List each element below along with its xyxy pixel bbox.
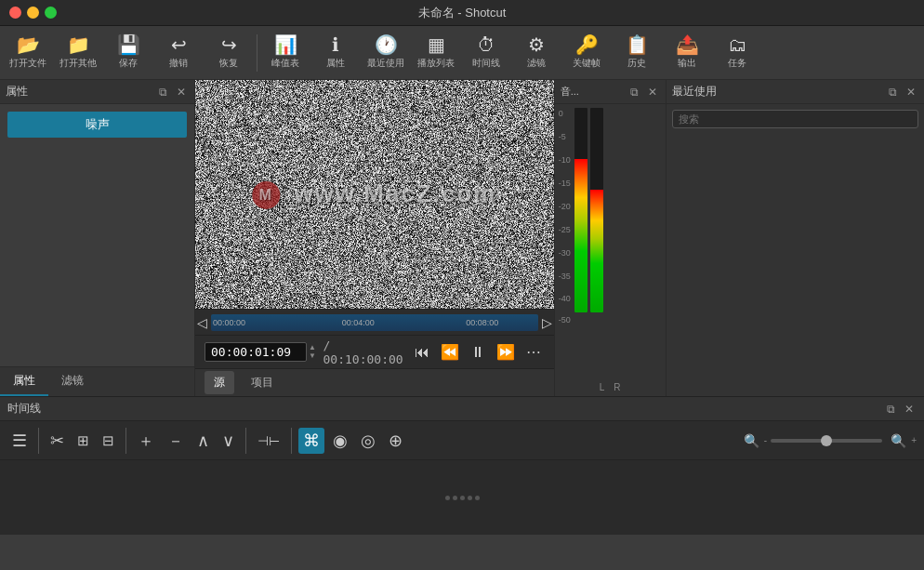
filters-button[interactable]: ⚙ 滤镜 (512, 29, 561, 77)
timeline-track-area (0, 460, 924, 535)
timeline-ruler: ◁ 00:00:00 00:04:00 00:08:00 ▷ (195, 309, 554, 335)
playback-controls: 00:00:01:09 ▲ ▼ / 00:10:00:00 ⏮ ⏪ ⏸ ⏩ ⋯ (195, 335, 554, 368)
properties-icon: ℹ (332, 35, 339, 54)
audio-close-icon[interactable]: ✕ (645, 85, 660, 99)
pause-button[interactable]: ⏸ (467, 342, 489, 363)
tl-sep-2 (125, 428, 126, 454)
recent-label: 最近使用 (367, 57, 404, 70)
ruler-left-handle[interactable]: ◁ (197, 315, 207, 330)
recent-button[interactable]: 🕐 最近使用 (362, 29, 410, 77)
source-tab[interactable]: 源 (205, 371, 234, 394)
ruler-right-handle[interactable]: ▷ (542, 315, 552, 330)
timeline-title: 时间线 (7, 401, 41, 417)
undo-icon: ↩ (171, 35, 187, 54)
audio-panel-header: 音... ⧉ ✕ (555, 80, 666, 104)
open-file-icon: 📂 (17, 35, 40, 54)
ruler-mark-2: 00:08:00 (466, 318, 498, 327)
timeline-add-button[interactable]: ＋ (133, 427, 159, 455)
timeline-button[interactable]: ⏱ 时间线 (462, 29, 510, 77)
keyframes-icon: 🔑 (575, 35, 599, 54)
audio-panel: 音... ⧉ ✕ 0 -5 -10 -15 -20 -25 -30 -35 -4… (554, 80, 666, 396)
meter-l-label: L (600, 382, 605, 392)
close-button[interactable] (9, 7, 21, 19)
jobs-button[interactable]: 🗂 任务 (713, 29, 761, 77)
tl-sep-1 (38, 428, 39, 454)
scale-0: 0 (559, 110, 571, 118)
ruler-bar[interactable]: 00:00:00 00:04:00 00:08:00 (211, 314, 538, 331)
timeline-label: 时间线 (472, 57, 500, 70)
project-tab[interactable]: 项目 (242, 371, 283, 394)
zoom-out-minus: - (764, 435, 767, 445)
tab-properties[interactable]: 属性 (0, 367, 48, 396)
properties-button[interactable]: ℹ 属性 (311, 29, 360, 77)
zoom-out-button[interactable]: 🔍 (739, 431, 764, 451)
timeline-split-button[interactable]: ⊣⊢ (253, 431, 284, 451)
search-input[interactable] (672, 110, 918, 128)
timeline-remove-button[interactable]: － (163, 427, 189, 455)
timeline-float-icon[interactable]: ⧉ (884, 402, 898, 417)
peak-meter-button[interactable]: 📊 峰值表 (261, 29, 310, 77)
playback-buttons: ⏮ ⏪ ⏸ ⏩ ⋯ (411, 341, 545, 363)
properties-panel: 属性 ⧉ ✕ 噪声 属性 滤镜 (0, 80, 195, 396)
dot-2 (453, 496, 457, 500)
timecode-separator (318, 345, 322, 359)
rewind-button[interactable]: ⏪ (437, 341, 463, 363)
recent-close-icon[interactable]: ✕ (904, 85, 918, 99)
timeline-mix-button[interactable]: ⊕ (384, 428, 407, 454)
save-button[interactable]: 💾 保存 (104, 29, 152, 77)
more-button[interactable]: ⋯ (522, 341, 545, 363)
timeline-overwrite-button[interactable]: ∨ (218, 428, 239, 454)
skip-to-start-button[interactable]: ⏮ (411, 342, 433, 363)
timecode-value[interactable]: 00:00:01:09 (205, 342, 307, 362)
meter-right (590, 108, 603, 312)
timeline-paste-button[interactable]: ⊟ (98, 430, 119, 452)
timeline-snap-button[interactable]: ⌘ (298, 428, 324, 454)
panel-close-icon[interactable]: ✕ (174, 85, 189, 99)
recent-panel-header: 最近使用 ⧉ ✕ (667, 80, 924, 104)
timecode-down[interactable]: ▼ (309, 352, 316, 360)
minimize-button[interactable] (27, 7, 39, 19)
timeline-ripple-all-button[interactable]: ◎ (356, 428, 380, 454)
noise-label: 噪声 (7, 112, 187, 138)
main-toolbar: 📂 打开文件 📁 打开其他 💾 保存 ↩ 撤销 ↪ 恢复 📊 峰值表 ℹ 属性 … (0, 26, 924, 80)
timeline-cut-button[interactable]: ✂ (46, 428, 69, 454)
open-other-button[interactable]: 📁 打开其他 (54, 29, 102, 77)
timecode-up[interactable]: ▲ (309, 344, 316, 351)
panel-header-icons: ⧉ ✕ (156, 85, 189, 99)
scale-30: -30 (559, 249, 571, 258)
dot-3 (460, 496, 465, 500)
panel-float-icon[interactable]: ⧉ (156, 85, 170, 99)
recent-panel: 最近使用 ⧉ ✕ (666, 80, 924, 396)
keyframes-label: 关键帧 (573, 57, 601, 70)
window-controls[interactable] (9, 7, 57, 19)
recent-float-icon[interactable]: ⧉ (886, 85, 900, 99)
timeline-close-icon[interactable]: ✕ (902, 402, 917, 417)
scale-50: -50 (559, 316, 571, 325)
meter-left-fill (574, 159, 587, 312)
undo-button[interactable]: ↩ 撤销 (154, 29, 203, 77)
zoom-slider-thumb[interactable] (821, 435, 832, 446)
playlist-icon: ▦ (428, 35, 445, 54)
play-button[interactable]: ⏩ (493, 341, 519, 363)
redo-button[interactable]: ↪ 恢复 (205, 29, 253, 77)
ruler-mark-1: 00:04:00 (342, 318, 375, 327)
timeline-lift-button[interactable]: ∧ (192, 428, 214, 454)
timeline-ripple-button[interactable]: ◉ (328, 428, 352, 454)
zoom-slider[interactable] (771, 439, 882, 443)
timeline-copy-button[interactable]: ⊞ (73, 430, 94, 452)
main-area: 属性 ⧉ ✕ 噪声 属性 滤镜 M www.MacZ.com ◁ 00:00:0… (0, 80, 924, 396)
scale-40: -40 (559, 295, 571, 303)
export-button[interactable]: 📤 输出 (663, 29, 711, 77)
history-button[interactable]: 📋 历史 (613, 29, 661, 77)
playlist-button[interactable]: ▦ 播放列表 (412, 29, 460, 77)
zoom-in-button[interactable]: 🔍 (886, 431, 911, 451)
properties-panel-header: 属性 ⧉ ✕ (0, 80, 194, 104)
tl-sep-3 (245, 428, 246, 454)
open-file-button[interactable]: 📂 打开文件 (4, 29, 52, 77)
timeline-icon: ⏱ (477, 35, 495, 54)
timeline-menu-button[interactable]: ☰ (7, 428, 32, 454)
keyframes-button[interactable]: 🔑 关键帧 (562, 29, 611, 77)
maximize-button[interactable] (45, 7, 57, 19)
tab-filters[interactable]: 滤镜 (48, 367, 97, 396)
audio-float-icon[interactable]: ⧉ (627, 85, 641, 99)
